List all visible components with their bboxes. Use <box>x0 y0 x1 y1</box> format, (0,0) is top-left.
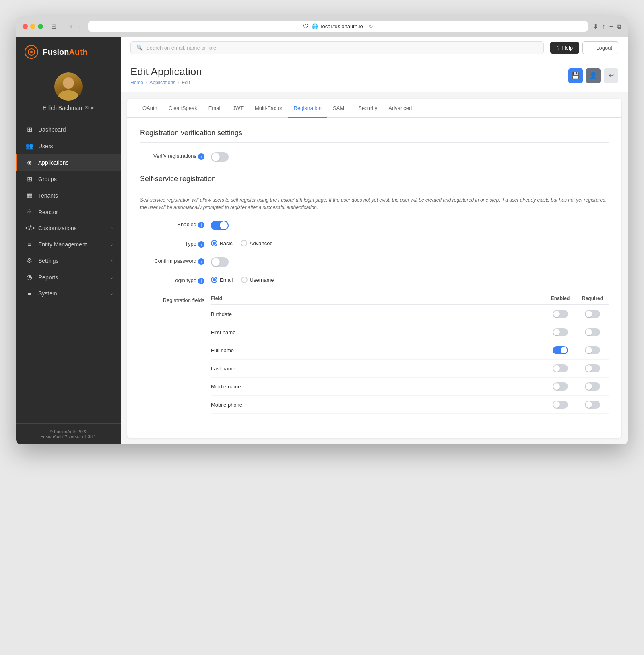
firstname-enabled-toggle-container <box>544 328 576 336</box>
content-card: OAuth CleanSpeak Email JWT Multi-Factor … <box>127 99 621 438</box>
tab-registration[interactable]: Registration <box>288 99 327 118</box>
sidebar-item-settings[interactable]: ⚙ Settings › <box>16 252 121 269</box>
self-service-description: Self-service registration will allow use… <box>140 196 609 211</box>
verification-section-title: Registration verification settings <box>140 129 609 143</box>
sidebar-item-applications[interactable]: ◈ Applications <box>16 154 121 171</box>
download-button[interactable]: ⬇ <box>593 23 598 30</box>
sidebar-item-tenants[interactable]: ▦ Tenants <box>16 187 121 204</box>
self-service-section-title: Self-service registration <box>140 175 609 188</box>
sidebar-item-dashboard[interactable]: ⊞ Dashboard <box>16 121 121 138</box>
forward-button[interactable]: › <box>76 22 83 31</box>
login-type-info-icon[interactable]: i <box>198 278 204 284</box>
sidebar-item-system[interactable]: 🖥 System › <box>16 285 121 302</box>
fullname-required-toggle[interactable] <box>585 346 600 354</box>
mobilephone-enabled-toggle[interactable] <box>553 401 568 409</box>
sidebar: FusionAuth Erlich Bachman ✉ ➤ ⊞ Dashboar… <box>16 37 121 444</box>
tab-advanced[interactable]: Advanced <box>383 99 417 118</box>
verify-info-icon[interactable]: i <box>198 153 204 160</box>
svg-point-2 <box>30 51 33 53</box>
confirm-password-toggle[interactable] <box>211 257 229 267</box>
users-icon: 👥 <box>25 142 33 150</box>
birthdate-enabled-toggle[interactable] <box>553 310 568 318</box>
tab-jwt[interactable]: JWT <box>227 99 249 118</box>
maximize-dot[interactable] <box>38 24 43 29</box>
birthdate-enabled-toggle-container <box>544 310 576 318</box>
lastname-enabled-toggle[interactable] <box>553 364 568 372</box>
tab-security[interactable]: Security <box>353 99 383 118</box>
basic-radio[interactable] <box>211 240 217 246</box>
type-label: Type i <box>140 238 204 248</box>
type-info-icon[interactable]: i <box>198 241 204 248</box>
field-name-middlename: Middle name <box>211 384 544 390</box>
sidebar-item-groups[interactable]: ⊞ Groups <box>16 171 121 187</box>
close-dot[interactable] <box>23 24 28 29</box>
registration-fields-table: Field Enabled Required Birthdate <box>211 292 609 414</box>
firstname-enabled-toggle[interactable] <box>553 328 568 336</box>
enabled-row: Enabled i <box>140 219 609 230</box>
type-radio-group: Basic Advanced <box>211 240 273 246</box>
advanced-radio[interactable] <box>241 240 247 246</box>
sidebar-item-entity-management[interactable]: ≡ Entity Management › <box>16 236 121 252</box>
breadcrumb-home[interactable]: Home <box>130 80 143 85</box>
middlename-required-toggle[interactable] <box>585 382 600 391</box>
sidebar-item-label: Groups <box>38 176 57 182</box>
share-button[interactable]: ↑ <box>602 23 605 30</box>
mobilephone-required-toggle-container <box>576 401 609 409</box>
refresh-icon[interactable]: ↻ <box>369 23 373 29</box>
user-button[interactable]: 👤 <box>586 68 601 83</box>
breadcrumb-applications[interactable]: Applications <box>149 80 175 85</box>
login-type-username-option[interactable]: Username <box>241 277 274 283</box>
sidebar-item-users[interactable]: 👥 Users <box>16 138 121 154</box>
confirm-password-info-icon[interactable]: i <box>198 258 204 265</box>
tab-cleanspeak[interactable]: CleanSpeak <box>163 99 203 118</box>
username-radio[interactable] <box>241 277 248 283</box>
required-col-header: Required <box>576 295 609 301</box>
birthdate-required-toggle[interactable] <box>585 310 600 318</box>
middlename-enabled-toggle-container <box>544 382 576 391</box>
lastname-required-toggle[interactable] <box>585 364 600 372</box>
sidebar-item-label: Tenants <box>38 192 58 199</box>
login-type-email-option[interactable]: Email <box>211 277 233 283</box>
message-icon[interactable]: ✉ <box>85 105 89 111</box>
logout-button[interactable]: → Logout <box>582 41 618 54</box>
address-bar[interactable]: 🛡 🌐 local.fusionauth.io ↻ <box>88 21 588 32</box>
login-type-label: Login type i <box>140 275 204 284</box>
location-icon[interactable]: ➤ <box>90 105 94 111</box>
sidebar-toggle-button[interactable]: ⊞ <box>48 21 60 32</box>
chevron-right-icon: › <box>111 258 113 263</box>
firstname-required-toggle[interactable] <box>585 328 600 336</box>
sidebar-item-customizations[interactable]: </> Customizations › <box>16 220 121 236</box>
middlename-enabled-toggle[interactable] <box>553 382 568 391</box>
enabled-toggle[interactable] <box>211 221 229 230</box>
tab-multi-factor[interactable]: Multi-Factor <box>249 99 288 118</box>
search-bar[interactable]: 🔍 Search on email, name or role <box>130 41 544 54</box>
save-button[interactable]: 💾 <box>568 68 583 83</box>
sidebar-item-label: Reactor <box>38 209 58 215</box>
fusionauth-logo-icon <box>24 45 39 59</box>
new-tab-button[interactable]: + <box>609 23 613 30</box>
system-icon: 🖥 <box>25 290 33 297</box>
minimize-dot[interactable] <box>30 24 35 29</box>
email-radio[interactable] <box>211 277 217 283</box>
field-row-mobilephone: Mobile phone <box>211 396 609 414</box>
verify-registrations-control <box>211 151 229 162</box>
fullname-enabled-toggle[interactable] <box>553 346 568 354</box>
back-button[interactable]: ‹ <box>68 22 74 31</box>
tabs-button[interactable]: ⧉ <box>617 23 621 30</box>
verify-registrations-toggle[interactable] <box>211 152 229 162</box>
help-icon: ? <box>557 45 559 51</box>
chevron-right-icon: › <box>111 275 113 280</box>
help-button[interactable]: ? Help <box>550 42 579 54</box>
sidebar-item-reports[interactable]: ◔ Reports › <box>16 269 121 285</box>
tab-saml[interactable]: SAML <box>327 99 353 118</box>
sidebar-item-reactor[interactable]: ⚛ Reactor <box>16 204 121 220</box>
tab-oauth[interactable]: OAuth <box>137 99 163 118</box>
enabled-info-icon[interactable]: i <box>198 222 204 228</box>
mobilephone-required-toggle[interactable] <box>585 401 600 409</box>
tab-email[interactable]: Email <box>203 99 227 118</box>
page-title-area: Edit Application Home / Applications / E… <box>130 66 202 85</box>
type-advanced-option[interactable]: Advanced <box>241 240 273 246</box>
type-basic-option[interactable]: Basic <box>211 240 233 246</box>
fullname-enabled-toggle-container <box>544 346 576 354</box>
back-nav-button[interactable]: ↩ <box>604 68 618 83</box>
